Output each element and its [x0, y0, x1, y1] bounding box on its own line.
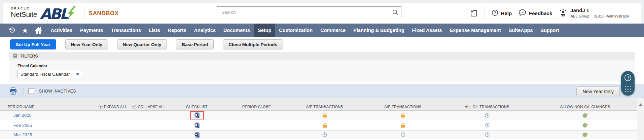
fiscal-calendar-label: Fiscal Calendar [17, 64, 635, 68]
nav-item-planning-budgeting[interactable]: Planning & Budgeting [350, 24, 408, 37]
nav-item-activities[interactable]: Activities [47, 24, 76, 37]
home-icon[interactable] [32, 24, 45, 37]
sandbox-label: SANDBOX [89, 10, 119, 17]
edit-pencil-icon[interactable] [582, 132, 588, 137]
roles-icon [559, 9, 567, 18]
toolbar-divider [24, 87, 24, 95]
shortcuts-star-icon[interactable]: ★ [19, 24, 32, 37]
help-icon: ? [492, 9, 498, 17]
lock-icon[interactable] [323, 113, 327, 118]
edit-pencil-icon[interactable] [582, 123, 588, 128]
nav-item-commerce[interactable]: Commerce [317, 24, 350, 37]
table-cell: Feb 2025 [0, 123, 99, 128]
table-header-row: PERIOD NAME EXPAND ALL COLLAPSE ALL CHEC… [0, 98, 637, 111]
collapse-minus-circle-icon [132, 105, 136, 109]
print-icon[interactable] [9, 88, 17, 96]
filters-header[interactable]: FILTERS [9, 52, 635, 60]
help-button[interactable]: ? Help [492, 9, 512, 17]
table-cell [165, 132, 229, 138]
filters-body: Fiscal Calendar Standard Fiscal Calendar [9, 60, 635, 81]
feedback-label: Feedback [529, 10, 552, 16]
table-cell [284, 113, 365, 118]
expand-all-button[interactable]: EXPAND ALL [99, 105, 127, 109]
floating-assistant-widget: i [621, 71, 635, 96]
nav-item-setup[interactable]: Setup [254, 24, 275, 37]
column-header-period-name[interactable]: PERIOD NAME [0, 98, 99, 110]
company-logo: ABL [39, 5, 79, 24]
vertical-scrollbar[interactable] [637, 98, 644, 140]
user-info: JandJ 1 ABL Group__[SB1] - Administrator [570, 7, 629, 19]
table-cell [365, 123, 441, 128]
clock-icon[interactable] [485, 123, 490, 128]
table-cell [533, 132, 637, 137]
global-search [217, 6, 401, 18]
clock-icon[interactable] [322, 132, 327, 137]
netsuite-logo[interactable]: ORACLE NetSuite [11, 6, 37, 19]
action-buttons: Set Up Full YearNew Year OnlyNew Quarter… [10, 39, 283, 49]
fiscal-calendar-select[interactable]: Standard Fiscal Calendar [17, 70, 82, 78]
new-year-only-button[interactable]: New Year Only [65, 39, 108, 49]
svg-text:i: i [627, 75, 629, 80]
grid-dots-icon[interactable] [625, 86, 631, 92]
user-name: JandJ 1 [570, 7, 629, 14]
nav-item-fixed-assets[interactable]: Fixed Assets [408, 24, 446, 37]
table-cell [165, 111, 229, 119]
period-name-link[interactable]: Feb 2025 [13, 123, 32, 128]
period-name-link[interactable]: Mar 2025 [13, 132, 32, 137]
user-menu[interactable]: JandJ 1 ABL Group__[SB1] - Administrator [559, 7, 629, 19]
user-role: ABL Group__[SB1] - Administrator [570, 14, 629, 19]
show-inactives-label: SHOW INACTIVES [39, 89, 76, 94]
expand-collapse-controls: EXPAND ALL COLLAPSE ALL [99, 98, 165, 110]
lock-icon[interactable] [401, 113, 405, 118]
quick-add-icon[interactable] [470, 9, 478, 17]
edit-pencil-icon[interactable] [582, 113, 588, 118]
column-header-allow-non-gl-changes: ALLOW NON-G/L CHANGES [533, 98, 637, 110]
nav-item-expense-management[interactable]: Expense Management [446, 24, 505, 37]
clock-icon[interactable] [485, 113, 490, 118]
column-header-checklist: CHECKLIST [165, 98, 229, 110]
lock-icon[interactable] [323, 123, 327, 128]
period-row-jan-2025: Jan 2025 [0, 111, 637, 120]
table-cell: Jan 2025 [0, 113, 99, 118]
checklist-icon[interactable] [194, 132, 200, 138]
nav-item-reports[interactable]: Reports [164, 24, 190, 37]
nav-item-documents[interactable]: Documents [220, 24, 254, 37]
netsuite-app: ORACLE NetSuite ABL SANDBOX [0, 0, 644, 140]
netsuite-wordmark: NetSuite [11, 10, 37, 19]
nav-item-analytics[interactable]: Analytics [190, 24, 219, 37]
clock-icon[interactable] [485, 132, 490, 137]
lock-icon[interactable] [401, 123, 405, 128]
set-up-full-year-button[interactable]: Set Up Full Year [10, 39, 56, 49]
checklist-icon[interactable] [194, 122, 200, 129]
feedback-button[interactable]: Feedback [518, 9, 552, 17]
table-cell [365, 113, 441, 118]
table-cell [533, 123, 637, 128]
nav-item-customization[interactable]: Customization [275, 24, 317, 37]
recent-records-icon[interactable] [5, 24, 19, 37]
new-quarter-only-button[interactable]: New Quarter Only [117, 39, 167, 49]
nav-item-suiteapps[interactable]: SuiteApps [505, 24, 537, 37]
help-label: Help [501, 10, 512, 16]
checklist-icon[interactable] [194, 112, 200, 118]
clock-icon[interactable] [401, 132, 405, 137]
collapse-all-button[interactable]: COLLAPSE ALL [132, 105, 166, 109]
nav-item-transactions[interactable]: Transactions [107, 24, 145, 37]
table-cell [533, 113, 637, 118]
scroll-up-arrow-icon[interactable] [639, 101, 643, 106]
nav-icon-group: ★ [0, 24, 45, 37]
column-header-period-close: PERIOD CLOSE [229, 98, 284, 110]
nav-item-payments[interactable]: Payments [76, 24, 107, 37]
period-name-link[interactable]: Jan 2025 [13, 113, 32, 118]
period-rows: Jan 2025 Feb 2025 Mar 2025 [0, 111, 637, 140]
nav-item-support[interactable]: Support [537, 24, 563, 37]
feedback-icon [518, 9, 526, 17]
search-icon[interactable] [390, 7, 401, 18]
header-divider [485, 7, 485, 19]
new-year-only-button[interactable]: New Year Only [576, 86, 620, 96]
show-inactives-checkbox[interactable] [28, 88, 34, 94]
info-icon[interactable]: i [624, 74, 632, 83]
search-input[interactable] [217, 10, 390, 15]
base-period-button[interactable]: Base Period [176, 39, 214, 49]
nav-item-lists[interactable]: Lists [145, 24, 164, 37]
close-multiple-periods-button[interactable]: Close Multiple Periods [223, 39, 283, 49]
